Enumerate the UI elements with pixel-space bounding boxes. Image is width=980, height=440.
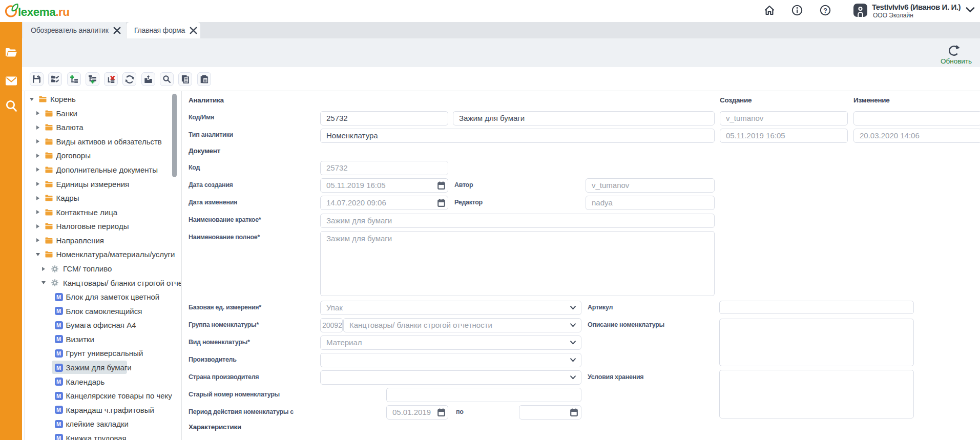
svg-text:?: ? xyxy=(823,7,827,14)
svg-text:lexema.ru: lexema.ru xyxy=(18,6,70,18)
